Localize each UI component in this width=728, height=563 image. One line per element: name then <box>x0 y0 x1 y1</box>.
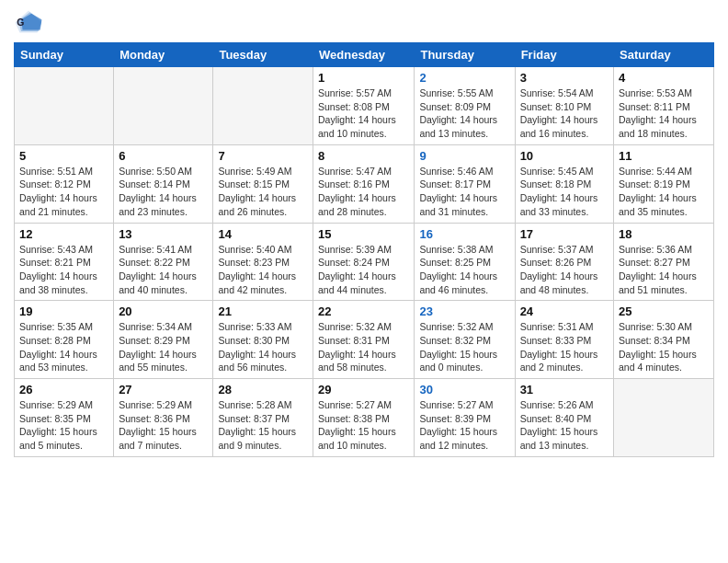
day-number: 23 <box>419 304 509 318</box>
day-number: 20 <box>119 304 208 318</box>
day-content: Sunrise: 5:45 AM Sunset: 8:18 PM Dayligh… <box>520 165 609 219</box>
calendar-cell: 31Sunrise: 5:26 AM Sunset: 8:40 PM Dayli… <box>515 379 613 457</box>
header-tuesday: Tuesday <box>213 43 313 67</box>
day-content: Sunrise: 5:38 AM Sunset: 8:25 PM Dayligh… <box>419 243 509 297</box>
header-saturday: Saturday <box>614 43 714 67</box>
day-content: Sunrise: 5:35 AM Sunset: 8:28 PM Dayligh… <box>19 320 108 374</box>
day-content: Sunrise: 5:53 AM Sunset: 8:11 PM Dayligh… <box>619 86 709 141</box>
day-content: Sunrise: 5:55 AM Sunset: 8:09 PM Dayligh… <box>419 86 509 141</box>
day-number: 9 <box>419 149 509 163</box>
calendar-cell: 26Sunrise: 5:29 AM Sunset: 8:35 PM Dayli… <box>15 379 114 457</box>
day-number: 5 <box>19 149 108 163</box>
day-number: 2 <box>419 71 509 85</box>
day-content: Sunrise: 5:57 AM Sunset: 8:08 PM Dayligh… <box>318 86 409 141</box>
generalblue-logo-icon: G <box>14 9 43 35</box>
day-content: Sunrise: 5:26 AM Sunset: 8:40 PM Dayligh… <box>520 398 609 453</box>
header-sunday: Sunday <box>15 43 114 67</box>
day-content: Sunrise: 5:33 AM Sunset: 8:30 PM Dayligh… <box>218 320 308 374</box>
day-number: 21 <box>218 304 308 318</box>
day-content: Sunrise: 5:37 AM Sunset: 8:26 PM Dayligh… <box>520 243 609 297</box>
calendar-cell: 8Sunrise: 5:47 AM Sunset: 8:16 PM Daylig… <box>313 144 415 223</box>
day-content: Sunrise: 5:31 AM Sunset: 8:33 PM Dayligh… <box>520 320 609 374</box>
day-number: 15 <box>318 227 409 241</box>
day-content: Sunrise: 5:34 AM Sunset: 8:29 PM Dayligh… <box>119 320 208 374</box>
day-content: Sunrise: 5:32 AM Sunset: 8:32 PM Dayligh… <box>419 320 509 374</box>
calendar-cell: 19Sunrise: 5:35 AM Sunset: 8:28 PM Dayli… <box>15 301 114 379</box>
day-content: Sunrise: 5:40 AM Sunset: 8:23 PM Dayligh… <box>218 243 308 297</box>
calendar-week-row: 19Sunrise: 5:35 AM Sunset: 8:28 PM Dayli… <box>15 301 714 379</box>
day-content: Sunrise: 5:41 AM Sunset: 8:22 PM Dayligh… <box>119 243 208 297</box>
calendar-week-row: 12Sunrise: 5:43 AM Sunset: 8:21 PM Dayli… <box>15 223 714 301</box>
day-number: 12 <box>19 227 108 241</box>
calendar-table: SundayMondayTuesdayWednesdayThursdayFrid… <box>14 42 714 457</box>
day-number: 22 <box>318 304 409 318</box>
day-number: 16 <box>419 227 509 241</box>
day-content: Sunrise: 5:32 AM Sunset: 8:31 PM Dayligh… <box>318 320 409 374</box>
day-number: 29 <box>318 383 409 396</box>
calendar-cell: 9Sunrise: 5:46 AM Sunset: 8:17 PM Daylig… <box>415 144 515 223</box>
day-number: 26 <box>19 383 108 396</box>
calendar-cell: 17Sunrise: 5:37 AM Sunset: 8:26 PM Dayli… <box>515 223 613 301</box>
calendar-header-row: SundayMondayTuesdayWednesdayThursdayFrid… <box>15 43 714 67</box>
calendar-cell <box>213 67 313 145</box>
calendar-cell <box>15 67 114 145</box>
calendar-cell: 10Sunrise: 5:45 AM Sunset: 8:18 PM Dayli… <box>515 144 613 223</box>
calendar-cell <box>614 379 714 457</box>
day-content: Sunrise: 5:27 AM Sunset: 8:38 PM Dayligh… <box>318 398 409 453</box>
day-number: 30 <box>419 383 509 396</box>
day-number: 11 <box>619 149 709 163</box>
calendar-cell: 16Sunrise: 5:38 AM Sunset: 8:25 PM Dayli… <box>415 223 515 301</box>
calendar-cell: 12Sunrise: 5:43 AM Sunset: 8:21 PM Dayli… <box>15 223 114 301</box>
day-content: Sunrise: 5:39 AM Sunset: 8:24 PM Dayligh… <box>318 243 409 297</box>
calendar-cell: 2Sunrise: 5:55 AM Sunset: 8:09 PM Daylig… <box>415 67 515 145</box>
calendar-cell: 7Sunrise: 5:49 AM Sunset: 8:15 PM Daylig… <box>213 144 313 223</box>
day-content: Sunrise: 5:43 AM Sunset: 8:21 PM Dayligh… <box>19 243 108 297</box>
calendar-cell: 23Sunrise: 5:32 AM Sunset: 8:32 PM Dayli… <box>415 301 515 379</box>
calendar-cell: 22Sunrise: 5:32 AM Sunset: 8:31 PM Dayli… <box>313 301 415 379</box>
header-wednesday: Wednesday <box>313 43 415 67</box>
day-content: Sunrise: 5:27 AM Sunset: 8:39 PM Dayligh… <box>419 398 509 453</box>
calendar-cell: 6Sunrise: 5:50 AM Sunset: 8:14 PM Daylig… <box>114 144 213 223</box>
day-content: Sunrise: 5:28 AM Sunset: 8:37 PM Dayligh… <box>218 398 308 453</box>
page-header: G <box>14 9 714 35</box>
day-content: Sunrise: 5:44 AM Sunset: 8:19 PM Dayligh… <box>619 165 709 219</box>
calendar-cell: 15Sunrise: 5:39 AM Sunset: 8:24 PM Dayli… <box>313 223 415 301</box>
svg-text:G: G <box>17 17 24 28</box>
calendar-cell: 3Sunrise: 5:54 AM Sunset: 8:10 PM Daylig… <box>515 67 613 145</box>
calendar-cell: 13Sunrise: 5:41 AM Sunset: 8:22 PM Dayli… <box>114 223 213 301</box>
day-content: Sunrise: 5:47 AM Sunset: 8:16 PM Dayligh… <box>318 165 409 219</box>
calendar-week-row: 5Sunrise: 5:51 AM Sunset: 8:12 PM Daylig… <box>15 144 714 223</box>
day-content: Sunrise: 5:54 AM Sunset: 8:10 PM Dayligh… <box>520 86 609 141</box>
day-number: 3 <box>520 71 609 85</box>
calendar-cell: 14Sunrise: 5:40 AM Sunset: 8:23 PM Dayli… <box>213 223 313 301</box>
calendar-cell: 4Sunrise: 5:53 AM Sunset: 8:11 PM Daylig… <box>614 67 714 145</box>
calendar-cell: 28Sunrise: 5:28 AM Sunset: 8:37 PM Dayli… <box>213 379 313 457</box>
day-number: 25 <box>619 304 709 318</box>
calendar-cell: 25Sunrise: 5:30 AM Sunset: 8:34 PM Dayli… <box>614 301 714 379</box>
day-number: 18 <box>619 227 709 241</box>
day-number: 19 <box>19 304 108 318</box>
calendar-cell: 30Sunrise: 5:27 AM Sunset: 8:39 PM Dayli… <box>415 379 515 457</box>
day-number: 24 <box>520 304 609 318</box>
calendar-cell: 18Sunrise: 5:36 AM Sunset: 8:27 PM Dayli… <box>614 223 714 301</box>
day-content: Sunrise: 5:29 AM Sunset: 8:35 PM Dayligh… <box>19 398 108 453</box>
calendar-cell <box>114 67 213 145</box>
day-number: 4 <box>619 71 709 85</box>
day-number: 8 <box>318 149 409 163</box>
header-thursday: Thursday <box>415 43 515 67</box>
day-number: 1 <box>318 71 409 85</box>
day-content: Sunrise: 5:30 AM Sunset: 8:34 PM Dayligh… <box>619 320 709 374</box>
calendar-cell: 11Sunrise: 5:44 AM Sunset: 8:19 PM Dayli… <box>614 144 714 223</box>
day-content: Sunrise: 5:51 AM Sunset: 8:12 PM Dayligh… <box>19 165 108 219</box>
logo: G <box>14 9 47 35</box>
header-monday: Monday <box>114 43 213 67</box>
calendar-cell: 29Sunrise: 5:27 AM Sunset: 8:38 PM Dayli… <box>313 379 415 457</box>
day-number: 14 <box>218 227 308 241</box>
header-friday: Friday <box>515 43 613 67</box>
day-number: 13 <box>119 227 208 241</box>
calendar-cell: 24Sunrise: 5:31 AM Sunset: 8:33 PM Dayli… <box>515 301 613 379</box>
calendar-week-row: 26Sunrise: 5:29 AM Sunset: 8:35 PM Dayli… <box>15 379 714 457</box>
calendar-cell: 20Sunrise: 5:34 AM Sunset: 8:29 PM Dayli… <box>114 301 213 379</box>
day-number: 28 <box>218 383 308 396</box>
day-number: 10 <box>520 149 609 163</box>
